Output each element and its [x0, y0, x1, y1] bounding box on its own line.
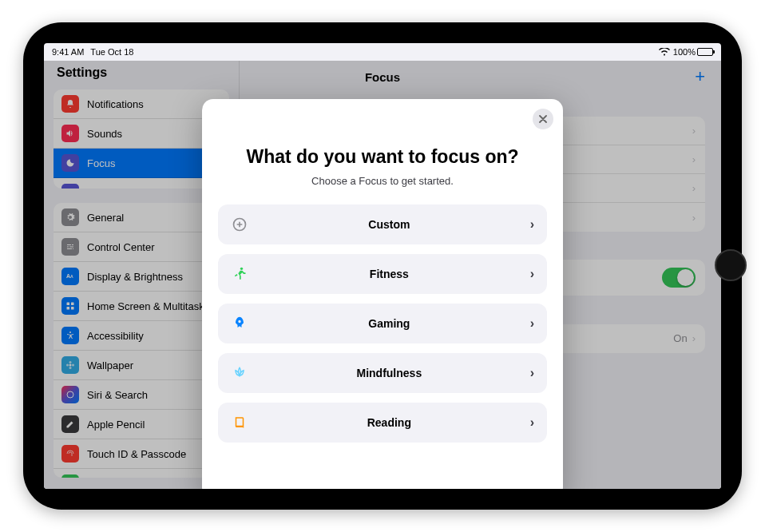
- chevron-right-icon: ›: [530, 217, 534, 232]
- modal-title: What do you want to focus on?: [234, 145, 531, 169]
- option-label: Custom: [260, 218, 519, 231]
- option-label: Fitness: [260, 268, 519, 280]
- option-label: Mindfulness: [260, 367, 519, 379]
- content-area: Settings NotificationsSoundsFocusScreen …: [44, 61, 721, 489]
- wifi-icon: [659, 48, 670, 56]
- option-label: Reading: [260, 416, 519, 429]
- focus-picker-modal: What do you want to focus on? Choose a F…: [202, 99, 563, 489]
- modal-subtitle: Choose a Focus to get started.: [234, 175, 531, 187]
- plus-circle-icon: [231, 216, 248, 233]
- focus-option-reading[interactable]: Reading›: [218, 403, 547, 443]
- option-label: Gaming: [260, 317, 519, 330]
- status-date: Tue Oct 18: [90, 47, 133, 57]
- focus-option-gaming[interactable]: Gaming›: [218, 304, 547, 343]
- chevron-right-icon: ›: [530, 366, 534, 380]
- screen: 9:41 AM Tue Oct 18 100% Settings Notific…: [44, 43, 721, 489]
- close-button[interactable]: [533, 109, 553, 129]
- modal-options-list: Custom›Fitness›Gaming›Mindfulness›Readin…: [202, 204, 563, 489]
- running-icon: [231, 265, 248, 283]
- lotus-icon: [231, 364, 248, 382]
- focus-option-fitness[interactable]: Fitness›: [218, 254, 547, 294]
- battery-percentage: 100%: [673, 47, 696, 57]
- status-time: 9:41 AM: [52, 47, 84, 57]
- chevron-right-icon: ›: [530, 415, 534, 430]
- rocket-icon: [231, 315, 248, 332]
- svg-point-16: [240, 267, 243, 269]
- status-bar: 9:41 AM Tue Oct 18 100%: [44, 43, 721, 61]
- book-icon: [231, 414, 248, 431]
- focus-option-custom[interactable]: Custom›: [218, 204, 547, 244]
- focus-option-mindfulness[interactable]: Mindfulness›: [218, 353, 547, 393]
- chevron-right-icon: ›: [530, 316, 534, 331]
- home-button[interactable]: [715, 249, 748, 283]
- battery-icon: [697, 48, 713, 56]
- chevron-right-icon: ›: [530, 267, 534, 281]
- ipad-frame: 9:41 AM Tue Oct 18 100% Settings Notific…: [23, 22, 742, 510]
